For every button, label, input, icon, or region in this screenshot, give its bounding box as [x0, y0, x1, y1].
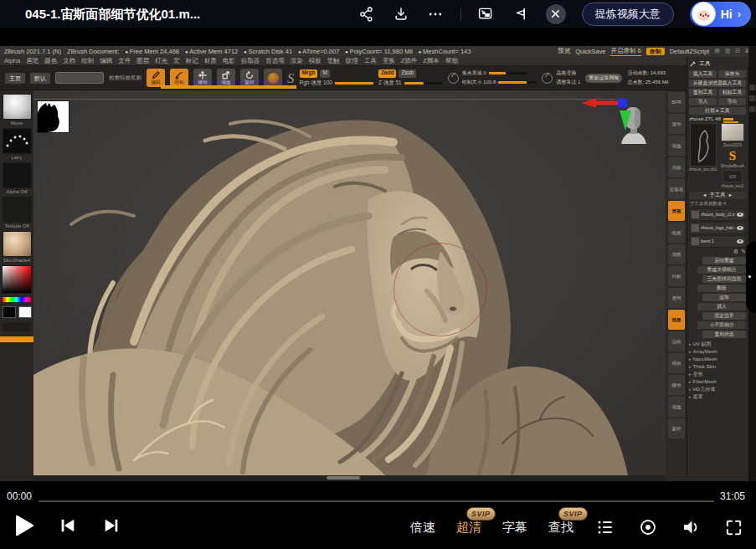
- menu-item[interactable]: 电影: [223, 57, 235, 65]
- quality-button[interactable]: 超清 SVIP: [456, 520, 481, 536]
- tray-icon[interactable]: [749, 85, 755, 90]
- flag-icon[interactable]: [512, 5, 530, 23]
- horizontal-scrollbar[interactable]: [327, 476, 360, 480]
- zadd-button[interactable]: Zadd: [378, 69, 397, 78]
- scale-mode-button[interactable]: 缩放: [217, 69, 235, 87]
- menu-item[interactable]: Alpha: [4, 57, 20, 64]
- menu-item[interactable]: 标记: [186, 57, 198, 65]
- shelf-tab-default[interactable]: 默认: [30, 73, 50, 84]
- side-panel-handle[interactable]: [746, 241, 756, 313]
- right-shelf-button[interactable]: 透视: [668, 201, 685, 221]
- preview-button[interactable]: 预览: [558, 47, 570, 55]
- menu-item[interactable]: 文档: [63, 57, 75, 65]
- fullscreen-icon[interactable]: [723, 516, 744, 538]
- main-color-swatch[interactable]: [3, 306, 16, 318]
- right-shelf-button[interactable]: 滚动: [668, 114, 685, 134]
- texture-thumbnail[interactable]: [3, 197, 32, 223]
- subtool-section-header[interactable]: ◂ 子工具 ▸: [689, 192, 746, 199]
- stroke-selector[interactable]: Lazy: [3, 128, 32, 160]
- tray-icon[interactable]: [749, 106, 755, 112]
- tool-button[interactable]: 灯箱 ▸ 工具: [689, 107, 746, 115]
- tool-button[interactable]: 导出: [718, 98, 746, 105]
- right-shelf-button[interactable]: 局部: [668, 244, 685, 264]
- menu-item[interactable]: 模板: [309, 57, 321, 65]
- geometry-button[interactable]: 插入: [697, 303, 746, 310]
- subpalette-item[interactable]: 变形: [689, 371, 746, 378]
- right-shelf-button[interactable]: 独显: [668, 310, 685, 330]
- previous-icon[interactable]: [57, 515, 79, 536]
- m-button[interactable]: M: [320, 69, 329, 78]
- secondary-color-swatch[interactable]: [18, 306, 32, 318]
- hue-strip[interactable]: [3, 297, 31, 302]
- geometry-button[interactable]: 删除: [697, 285, 746, 292]
- menu-item[interactable]: 工具: [364, 57, 377, 65]
- axis-gizmo[interactable]: [574, 95, 650, 132]
- geometry-button[interactable]: 复制所选: [702, 331, 746, 338]
- quicksave-button[interactable]: QuickSave: [575, 48, 605, 55]
- brush-selector[interactable]: Move: [3, 94, 32, 126]
- geometry-button[interactable]: 三角面转四边面: [702, 275, 746, 283]
- menu-item[interactable]: Z插件: [401, 57, 418, 65]
- focal-shift-slider[interactable]: [489, 72, 527, 74]
- tool-button[interactable]: 导入: [689, 98, 717, 105]
- visibility-eye-icon[interactable]: [737, 213, 743, 217]
- record-toggle[interactable]: 开启录制 6: [610, 47, 640, 56]
- record-icon[interactable]: [637, 516, 659, 538]
- summarize-video-button[interactable]: 提炼视频大意: [582, 3, 674, 26]
- menu-item[interactable]: 灯光: [155, 57, 167, 65]
- right-shelf-button[interactable]: 缩放: [668, 136, 685, 156]
- subpalette-item[interactable]: NanoMesh: [689, 356, 746, 363]
- subpalette-item[interactable]: HD几何体: [689, 386, 746, 393]
- menu-item[interactable]: 绘制: [81, 57, 94, 65]
- zsub-button[interactable]: Zsub: [399, 69, 415, 78]
- right-shelf-button[interactable]: 实际: [668, 157, 685, 177]
- close-icon[interactable]: [546, 4, 566, 24]
- move-mode-button[interactable]: 移动: [193, 69, 212, 87]
- speed-button[interactable]: 倍速: [410, 520, 435, 536]
- right-shelf-button[interactable]: 透明: [668, 288, 685, 308]
- menu-item[interactable]: 颜色: [44, 57, 57, 65]
- sculpt-canvas[interactable]: [33, 90, 666, 475]
- right-shelf-button[interactable]: 移动: [668, 375, 685, 395]
- menu-item[interactable]: 帮助: [445, 57, 458, 65]
- right-shelf-button[interactable]: 抗锯齿: [668, 179, 685, 199]
- more-icon[interactable]: [426, 5, 445, 23]
- geometry-button[interactable]: 重建次级细分: [697, 266, 746, 274]
- brush-thumbnail[interactable]: [3, 94, 32, 120]
- z-intensity-slider[interactable]: [404, 82, 443, 85]
- menu-item[interactable]: 文件: [118, 57, 131, 65]
- draw-mode-button[interactable]: 绘制: [170, 69, 188, 87]
- menu-item[interactable]: 纹理: [346, 57, 358, 65]
- subpalette-item[interactable]: Thick Skin: [689, 363, 746, 371]
- rotate-mode-button[interactable]: 旋转: [240, 69, 259, 87]
- s-brush-icon[interactable]: S: [287, 71, 295, 85]
- tool-button[interactable]: 载入工具: [689, 70, 717, 78]
- menu-item[interactable]: 拾取器: [241, 57, 260, 65]
- subpalette-item[interactable]: FiberMesh: [689, 378, 746, 386]
- download-icon[interactable]: [392, 5, 410, 23]
- tool-button[interactable]: 保存为: [718, 70, 746, 78]
- rgb-intensity-slider[interactable]: [335, 82, 373, 85]
- menu-item[interactable]: 宏: [173, 57, 180, 65]
- record-chip[interactable]: 录制: [646, 48, 665, 55]
- right-shelf-button[interactable]: 对称: [668, 266, 685, 286]
- next-icon[interactable]: [100, 515, 122, 536]
- zscript-button[interactable]: DefaultZScript: [670, 48, 710, 55]
- recalc-mesh-button[interactable]: 重新运算网格: [585, 74, 622, 83]
- brush-search-input[interactable]: [55, 72, 104, 84]
- alpha-selector[interactable]: Alpha Off: [3, 162, 32, 194]
- window-control-icons[interactable]: ▤ ▥ ⊟ ⊠: [714, 48, 752, 54]
- right-shelf-button[interactable]: 线框: [668, 353, 685, 373]
- edit-mode-button[interactable]: 编辑: [147, 69, 165, 87]
- volume-icon[interactable]: [680, 516, 702, 538]
- subtool-item[interactable]: bemt 1: [689, 235, 746, 248]
- playlist-icon[interactable]: [594, 516, 616, 538]
- color-picker[interactable]: [2, 265, 32, 294]
- geometry-button[interactable]: 固定边界: [702, 312, 746, 320]
- tool-button[interactable]: 粘贴工具: [718, 89, 746, 96]
- geometry-button[interactable]: 小平面细分: [697, 321, 746, 329]
- subtool-item[interactable]: zhousi_body_r2.zb1: [689, 208, 746, 221]
- simple-brush-icon[interactable]: S: [729, 150, 736, 162]
- tool-button[interactable]: 复制工具: [689, 89, 717, 96]
- geometry-button[interactable]: 启动重建: [702, 257, 746, 264]
